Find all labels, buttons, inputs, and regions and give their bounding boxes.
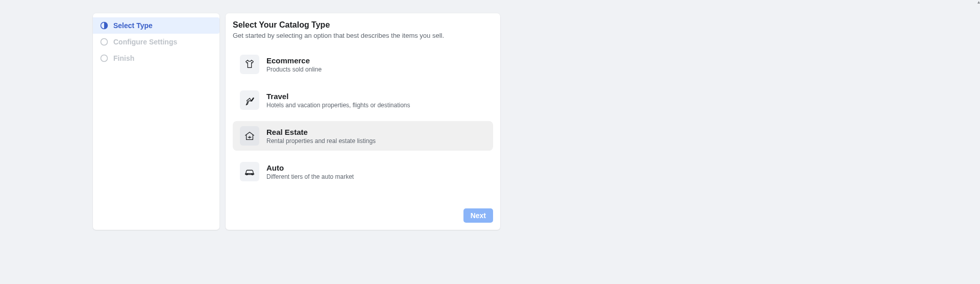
step-finish: Finish xyxy=(93,50,219,66)
option-desc: Different tiers of the auto market xyxy=(266,173,486,180)
circle-outline-icon xyxy=(100,38,108,46)
next-button[interactable]: Next xyxy=(463,208,493,223)
half-circle-icon xyxy=(100,21,108,30)
option-title: Travel xyxy=(266,92,486,101)
step-select-type[interactable]: Select Type xyxy=(93,17,219,34)
catalog-option-ecommerce[interactable]: Ecommerce Products sold online xyxy=(233,50,493,79)
catalog-option-real-estate[interactable]: Real Estate Rental properties and real e… xyxy=(233,121,493,151)
catalog-option-auto[interactable]: Auto Different tiers of the auto market xyxy=(233,157,493,186)
step-configure-settings: Configure Settings xyxy=(93,34,219,50)
house-icon xyxy=(240,126,259,146)
svg-point-4 xyxy=(252,174,253,175)
tshirt-icon xyxy=(240,55,259,74)
option-desc: Products sold online xyxy=(266,66,486,73)
car-icon xyxy=(240,162,259,181)
option-title: Auto xyxy=(266,163,486,172)
svg-point-3 xyxy=(247,174,248,175)
svg-point-2 xyxy=(101,55,108,62)
catalog-option-travel[interactable]: Travel Hotels and vacation properties, f… xyxy=(233,85,493,115)
scroll-caret-icon: ▴ xyxy=(977,0,980,5)
page-title: Select Your Catalog Type xyxy=(233,20,493,30)
wizard-sidebar: Select Type Configure Settings Finish xyxy=(93,13,219,230)
step-label: Select Type xyxy=(113,21,153,30)
airplane-icon xyxy=(240,90,259,110)
circle-outline-icon xyxy=(100,54,108,62)
svg-point-1 xyxy=(101,39,108,45)
option-title: Ecommerce xyxy=(266,56,486,65)
page-subtitle: Get started by selecting an option that … xyxy=(233,32,493,39)
catalog-type-panel: Select Your Catalog Type Get started by … xyxy=(226,13,500,230)
option-desc: Rental properties and real estate listin… xyxy=(266,137,486,145)
step-label: Finish xyxy=(113,54,134,62)
option-title: Real Estate xyxy=(266,128,486,136)
option-desc: Hotels and vacation properties, flights … xyxy=(266,102,486,109)
step-label: Configure Settings xyxy=(113,38,177,46)
